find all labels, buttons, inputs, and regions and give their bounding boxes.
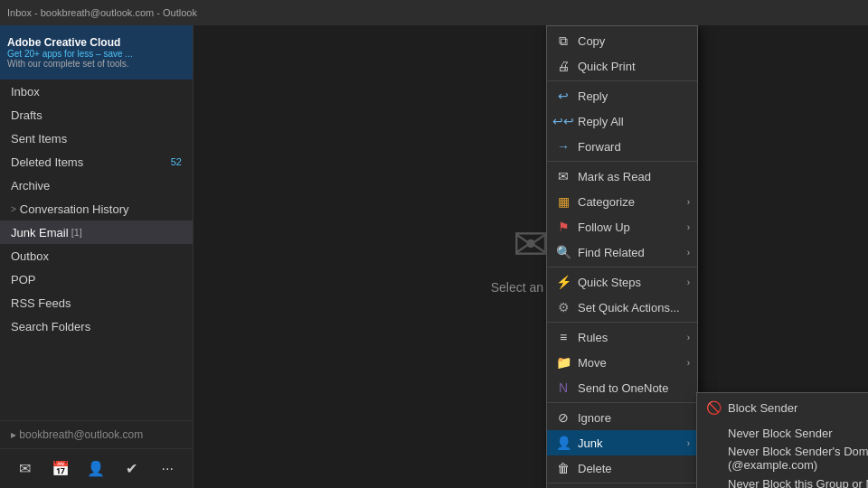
sidebar-account-email: bookbreath@outlook.com [19,428,143,441]
submenu-arrow-move: › [687,358,690,368]
menu-label-copy: Copy [578,34,690,48]
sidebar-account[interactable]: ▸ bookbreath@outlook.com [0,420,193,448]
menu-item-quick-print[interactable]: 🖨Quick Print [547,53,697,79]
menu-divider [547,402,697,403]
sidebar-item-archive[interactable]: Archive [0,174,193,197]
sidebar-item-label: RSS Feeds [11,296,71,310]
sidebar-account-chevron: ▸ [11,428,19,441]
rules-icon: ≡ [554,328,572,346]
menu-label-junk: Junk [578,436,687,450]
people-icon[interactable]: 👤 [81,455,110,483]
menu-item-find-related[interactable]: 🔍Find Related› [547,239,697,265]
junk-icon: 👤 [554,434,572,452]
menu-item-send-to-onenote[interactable]: NSend to OneNote [547,375,697,400]
menu-label-quick-steps: Quick Steps [578,276,687,289]
sidebar-item-pop[interactable]: POP [0,267,193,291]
sidebar-item-drafts[interactable]: Drafts [0,103,193,127]
calendar-icon[interactable]: 📅 [46,455,75,483]
sidebar-item-inbox[interactable]: Inbox [0,80,193,103]
menu-label-delete: Delete [578,462,690,475]
menu-divider [547,267,697,267]
sidebar-item-junk-email[interactable]: Junk Email [1] [0,221,193,244]
menu-label-send-to-onenote: Send to OneNote [578,381,690,395]
copy-icon: ⧉ [554,32,572,50]
menu-item-copy[interactable]: ⧉Copy [547,28,697,53]
tasks-icon[interactable]: ✔ [118,455,146,483]
menu-item-reply[interactable]: ↩Reply [547,83,697,108]
menu-item-rules[interactable]: ≡Rules› [547,324,697,350]
banner-subtitle: Get 20+ apps for less – save ... [7,49,185,59]
menu-item-junk[interactable]: 👤Junk› [547,430,697,455]
submenu-label-block-sender: Block Sender [728,401,868,415]
banner-content: Adobe Creative Cloud Get 20+ apps for le… [7,36,185,69]
set-quick-actions-icon: ⚙ [554,298,572,316]
sidebar-item-label: Conversation History [20,202,129,216]
never-block-domain-icon [704,449,722,467]
menu-label-mark-as-read: Mark as Read [578,170,690,183]
menu-item-ignore[interactable]: ⊘Ignore [547,405,697,430]
sidebar-item-sent-items[interactable]: Sent Items [0,127,193,150]
banner[interactable]: Adobe Creative Cloud Get 20+ apps for le… [0,25,193,80]
menu-label-reply: Reply [578,89,690,103]
submenu-item-never-block-sender[interactable]: Never Block Sender [697,420,868,446]
junk-submenu: 🚫Block SenderNever Block SenderNever Blo… [696,392,868,488]
follow-up-icon: ⚑ [554,218,572,236]
sidebar-item-label: Drafts [11,108,42,122]
submenu-arrow-follow-up: › [687,222,690,232]
send-to-onenote-icon: N [554,379,572,397]
menu-item-mark-as-read[interactable]: ✉Mark as Read [547,164,697,189]
categorize-icon: ▦ [554,192,572,211]
submenu-arrow-junk: › [687,438,690,448]
never-block-sender-icon [704,424,722,442]
forward-icon: → [554,137,572,155]
menu-divider [547,322,697,323]
sidebar-item-deleted-items[interactable]: Deleted Items52 [0,150,193,174]
sidebar-item-label: Search Folders [11,320,90,333]
main-layout: Adobe Creative Cloud Get 20+ apps for le… [0,25,868,488]
menu-label-follow-up: Follow Up [578,221,687,234]
sidebar-item-conversation-history[interactable]: >Conversation History [0,197,193,221]
banner-title: Adobe Creative Cloud [7,36,185,49]
sidebar-nav: InboxDraftsSent ItemsDeleted Items52Arch… [0,80,193,420]
menu-label-rules: Rules [578,331,687,344]
menu-item-set-quick-actions[interactable]: ⚙Set Quick Actions... [547,295,697,320]
menu-item-delete[interactable]: 🗑Delete [547,455,697,481]
menu-label-forward: Forward [578,140,690,154]
submenu-arrow-quick-steps: › [687,277,690,287]
submenu-label-never-block-group: Never Block this Group or Mailing List [728,477,868,489]
mail-icon[interactable]: ✉ [11,455,40,483]
submenu-item-never-block-group[interactable]: Never Block this Group or Mailing List [697,471,868,488]
sidebar-item-label: Sent Items [11,132,67,145]
sidebar-item-rss-feeds[interactable]: RSS Feeds [0,291,193,314]
sidebar-item-label: Inbox [11,85,40,99]
submenu-arrow-rules: › [687,333,690,343]
menu-label-ignore: Ignore [578,411,690,425]
menu-divider [547,80,697,81]
never-block-group-icon [704,474,722,488]
sidebar-badge: 52 [171,156,182,167]
more-icon[interactable]: ··· [153,455,182,483]
menu-item-forward[interactable]: →Forward [547,134,697,159]
find-related-icon: 🔍 [554,243,572,261]
menu-item-reply-all[interactable]: ↩↩Reply All [547,108,697,134]
sidebar-toolbar: ✉📅👤✔··· [0,448,193,488]
move-icon: 📁 [554,353,572,371]
title-bar: Inbox - bookbreath@outlook.com - Outlook [0,0,868,25]
chevron-icon: > [11,204,16,214]
sidebar-item-label: Junk Email [11,226,69,239]
menu-item-categorize[interactable]: ▦Categorize› [547,189,697,214]
sidebar-badge: [1] [69,227,82,238]
context-menu: ⧉Copy🖨Quick Print↩Reply↩↩Reply All→Forwa… [546,25,698,488]
menu-item-quick-steps[interactable]: ⚡Quick Steps› [547,269,697,295]
menu-item-follow-up[interactable]: ⚑Follow Up› [547,214,697,239]
menu-label-find-related: Find Related [578,246,687,259]
sidebar-item-search-folders[interactable]: Search Folders [0,314,193,338]
menu-label-reply-all: Reply All [578,115,690,128]
submenu-item-never-block-domain[interactable]: Never Block Sender's Domain (@example.co… [697,446,868,471]
menu-item-move[interactable]: 📁Move› [547,350,697,375]
submenu-item-block-sender[interactable]: 🚫Block Sender [697,395,868,420]
sidebar-item-outbox[interactable]: Outbox [0,244,193,267]
mark-as-read-icon: ✉ [554,167,572,185]
submenu-arrow-find-related: › [687,248,690,258]
quick-steps-icon: ⚡ [554,273,572,291]
